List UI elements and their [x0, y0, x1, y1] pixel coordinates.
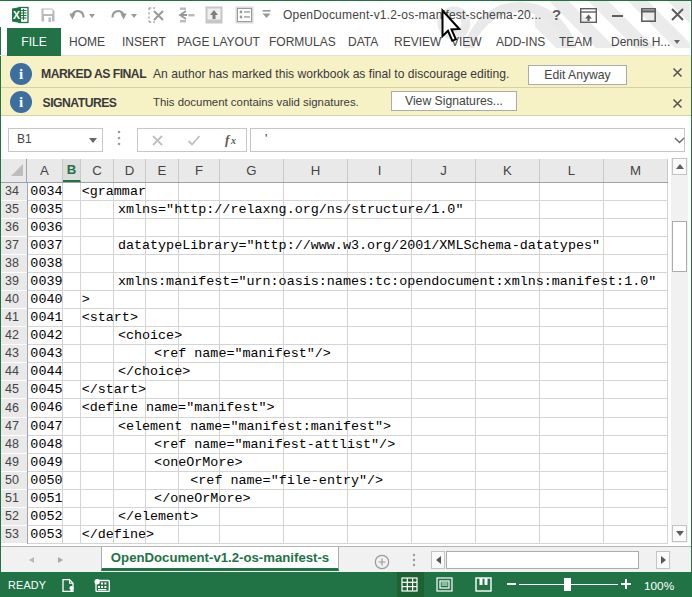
svg-text:X: X: [13, 9, 20, 21]
